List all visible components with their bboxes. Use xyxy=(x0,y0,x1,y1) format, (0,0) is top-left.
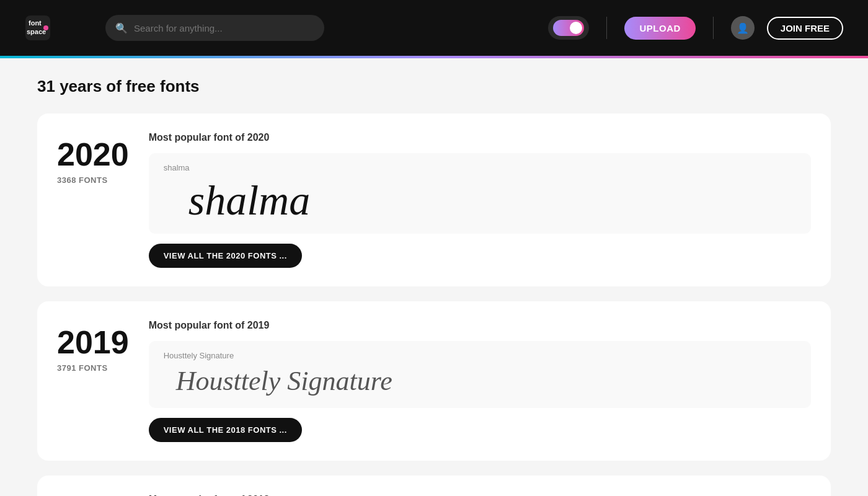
year-right: Most popular font of 2019 Housttely Sign… xyxy=(149,320,811,442)
nav-divider xyxy=(606,17,607,39)
font-preview-box: Housttely Signature Housttely Signature xyxy=(149,341,811,408)
toggle-dot xyxy=(570,22,582,34)
main-content: 31 years of free fonts 2020 3368 FONTS M… xyxy=(0,58,868,496)
search-input[interactable] xyxy=(134,23,314,33)
year-card: 2019 3791 FONTS Most popular font of 201… xyxy=(37,301,831,461)
theme-toggle-container xyxy=(548,16,589,40)
search-bar[interactable]: 🔍 xyxy=(105,15,324,41)
popular-label: Most popular font of 2018 xyxy=(149,494,811,496)
year-card: 2020 3368 FONTS Most popular font of 202… xyxy=(37,113,831,286)
year-card: 2018 3325 FONTS Most popular font of 201… xyxy=(37,476,831,496)
year-info: 2018 3325 FONTS xyxy=(57,494,129,496)
font-name-label: Housttely Signature xyxy=(164,351,796,360)
logo[interactable]: font space xyxy=(25,15,87,41)
year-right: Most popular font of 2018 Vegan Style Ve… xyxy=(149,494,811,496)
font-preview-box: shalma shalma xyxy=(149,153,811,234)
logo-icon: font space xyxy=(25,15,51,41)
theme-toggle[interactable] xyxy=(553,20,584,36)
fonts-count: 3368 FONTS xyxy=(57,175,129,185)
year-cards-container: 2020 3368 FONTS Most popular font of 202… xyxy=(37,113,831,496)
search-icon: 🔍 xyxy=(115,22,128,34)
font-name-label: shalma xyxy=(164,163,796,172)
page-title: 31 years of free fonts xyxy=(37,77,831,96)
font-preview-text: Housttely Signature xyxy=(164,365,796,398)
upload-button[interactable]: UPLOAD xyxy=(624,17,695,40)
join-free-button[interactable]: JOIN FREE xyxy=(767,17,843,40)
svg-text:space: space xyxy=(27,28,46,35)
year-right: Most popular font of 2020 shalma shalma … xyxy=(149,132,811,268)
year-number: 2019 xyxy=(57,326,129,358)
svg-point-3 xyxy=(43,25,48,30)
view-all-button[interactable]: VIEW ALL THE 2020 FONTS ... xyxy=(149,244,302,268)
font-preview-text: shalma xyxy=(164,177,796,224)
year-number: 2020 xyxy=(57,138,129,170)
popular-label: Most popular font of 2020 xyxy=(149,132,811,143)
avatar[interactable]: 👤 xyxy=(731,16,755,40)
nav-divider-2 xyxy=(713,17,714,39)
fonts-count: 3791 FONTS xyxy=(57,363,129,373)
navbar: font space 🔍 UPLOAD 👤 JOIN F xyxy=(0,0,868,56)
svg-text:font: font xyxy=(29,19,42,27)
avatar-icon: 👤 xyxy=(737,22,749,34)
popular-label: Most popular font of 2019 xyxy=(149,320,811,331)
year-info: 2019 3791 FONTS xyxy=(57,320,129,373)
view-all-button[interactable]: VIEW ALL THE 2018 FONTS ... xyxy=(149,418,302,442)
year-info: 2020 3368 FONTS xyxy=(57,132,129,185)
